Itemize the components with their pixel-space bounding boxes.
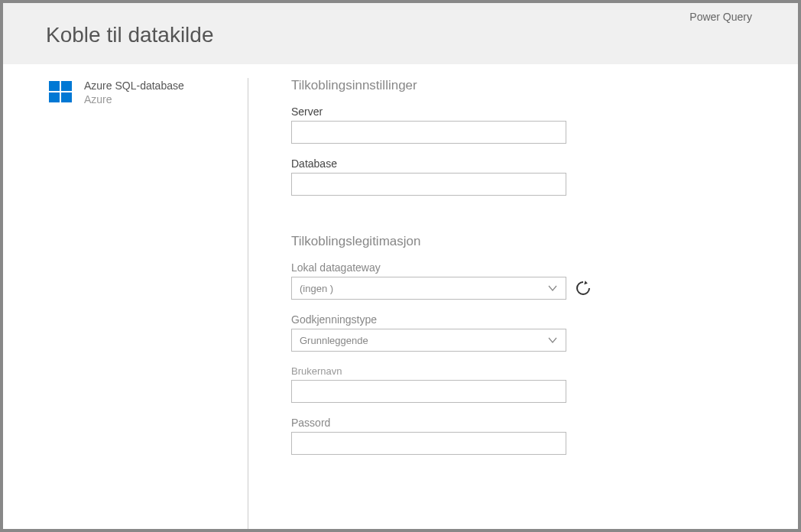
username-input[interactable] <box>291 380 566 403</box>
password-label: Passord <box>291 417 767 429</box>
server-label: Server <box>291 105 767 118</box>
field-authtype: Godkjenningstype Grunnleggende <box>291 313 767 352</box>
section-heading-connection-settings: Tilkoblingsinnstillinger <box>291 78 767 93</box>
password-input[interactable] <box>291 432 566 455</box>
content: Azure SQL-database Azure Tilkoblingsinns… <box>3 64 798 532</box>
authtype-value: Grunnleggende <box>300 335 368 346</box>
field-server: Server <box>291 105 767 144</box>
gateway-label: Lokal datagateway <box>291 261 767 274</box>
svg-rect-1 <box>61 81 72 91</box>
database-input[interactable] <box>291 173 566 196</box>
authtype-label: Godkjenningstype <box>291 313 767 326</box>
field-password: Passord <box>291 417 767 455</box>
svg-rect-2 <box>49 92 60 102</box>
chevron-down-icon <box>547 283 558 294</box>
main-panel: Tilkoblingsinnstillinger Server Database… <box>248 78 798 532</box>
refresh-icon[interactable] <box>576 281 591 296</box>
svg-rect-0 <box>49 81 60 91</box>
gateway-select[interactable]: (ingen ) <box>291 277 566 300</box>
authtype-select[interactable]: Grunnleggende <box>291 329 566 352</box>
username-label: Brukernavn <box>291 365 767 377</box>
server-input[interactable] <box>291 121 566 144</box>
field-username: Brukernavn <box>291 365 767 403</box>
field-database: Database <box>291 157 767 196</box>
page-title: Koble til datakilde <box>46 23 780 47</box>
svg-rect-3 <box>61 92 72 102</box>
sidebar: Azure SQL-database Azure <box>3 78 248 532</box>
product-label: Power Query <box>689 11 752 23</box>
header: Power Query Koble til datakilde <box>3 3 798 64</box>
sidebar-item-title: Azure SQL-database <box>84 79 184 92</box>
database-label: Database <box>291 157 767 170</box>
sidebar-item-subtitle: Azure <box>84 93 184 105</box>
windows-icon <box>49 79 73 104</box>
field-gateway: Lokal datagateway (ingen ) <box>291 261 767 300</box>
section-heading-credentials: Tilkoblingslegitimasjon <box>291 234 767 249</box>
sidebar-item-azure-sql[interactable]: Azure SQL-database Azure <box>49 79 232 105</box>
gateway-value: (ingen ) <box>300 283 333 294</box>
chevron-down-icon <box>547 335 558 345</box>
